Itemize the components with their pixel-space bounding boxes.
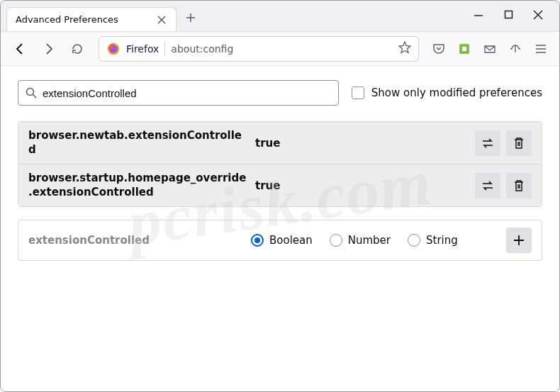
browser-tab[interactable]: Advanced Preferences xyxy=(6,7,177,31)
svg-rect-0 xyxy=(505,11,512,18)
search-input[interactable] xyxy=(43,87,331,99)
type-radio-number[interactable]: Number xyxy=(330,234,391,247)
new-preference-name: extensionControlled xyxy=(28,234,240,247)
window-close-button[interactable] xyxy=(531,8,545,22)
firefox-icon xyxy=(106,42,121,56)
preference-row: browser.newtab.extensionControlled true xyxy=(18,122,542,164)
add-button[interactable] xyxy=(506,228,532,253)
search-icon xyxy=(26,87,37,99)
tab-title: Advanced Preferences xyxy=(16,14,156,25)
toggle-button[interactable] xyxy=(475,173,500,198)
menu-button[interactable] xyxy=(530,38,552,60)
urlbar[interactable]: Firefox about:config xyxy=(99,36,419,62)
preference-value: true xyxy=(255,137,468,150)
svg-rect-4 xyxy=(462,47,466,51)
titlebar: Advanced Preferences xyxy=(1,1,559,32)
radio-icon xyxy=(408,234,420,247)
content-area: pcrisk.com Show only modified preference… xyxy=(1,66,559,391)
window-controls xyxy=(471,8,559,25)
svg-point-5 xyxy=(27,89,34,96)
search-box[interactable] xyxy=(18,80,339,106)
preference-row: browser.startup.homepage_override.extens… xyxy=(18,164,542,206)
reload-button[interactable] xyxy=(65,36,90,62)
delete-button[interactable] xyxy=(506,130,532,156)
shield-icon[interactable] xyxy=(504,38,527,60)
mail-icon[interactable] xyxy=(478,38,501,60)
pocket-icon[interactable] xyxy=(427,38,450,60)
delete-button[interactable] xyxy=(506,173,532,198)
new-preference-row: extensionControlled Boolean Number Strin… xyxy=(18,220,542,261)
browser-window: Advanced Preferences Firefox about:confi… xyxy=(0,0,560,392)
back-button[interactable] xyxy=(8,36,33,62)
minimize-button[interactable] xyxy=(471,8,486,22)
new-tab-button[interactable] xyxy=(181,8,201,28)
radio-icon xyxy=(251,234,264,247)
toolbar: Firefox about:config xyxy=(1,32,559,66)
preference-name: browser.startup.homepage_override.extens… xyxy=(28,172,248,199)
type-radio-string[interactable]: String xyxy=(408,234,458,247)
preferences-list: browser.newtab.extensionControlled true … xyxy=(18,121,542,207)
maximize-button[interactable] xyxy=(501,8,515,22)
toggle-button[interactable] xyxy=(475,130,500,156)
preference-value: true xyxy=(255,179,468,192)
checkbox-icon xyxy=(352,86,364,99)
show-modified-toggle[interactable]: Show only modified preferences xyxy=(352,86,542,99)
extension-icon[interactable] xyxy=(453,38,476,60)
urlbar-identity-label: Firefox xyxy=(126,43,159,55)
close-icon[interactable] xyxy=(156,14,167,26)
type-radio-boolean[interactable]: Boolean xyxy=(251,234,313,247)
urlbar-address: about:config xyxy=(171,43,393,55)
radio-icon xyxy=(330,234,342,247)
preference-name: browser.newtab.extensionControlled xyxy=(28,129,248,157)
bookmark-star-icon[interactable] xyxy=(398,41,411,57)
forward-button[interactable] xyxy=(36,36,62,62)
show-modified-label: Show only modified preferences xyxy=(371,86,542,99)
type-radio-group: Boolean Number String xyxy=(251,234,495,247)
